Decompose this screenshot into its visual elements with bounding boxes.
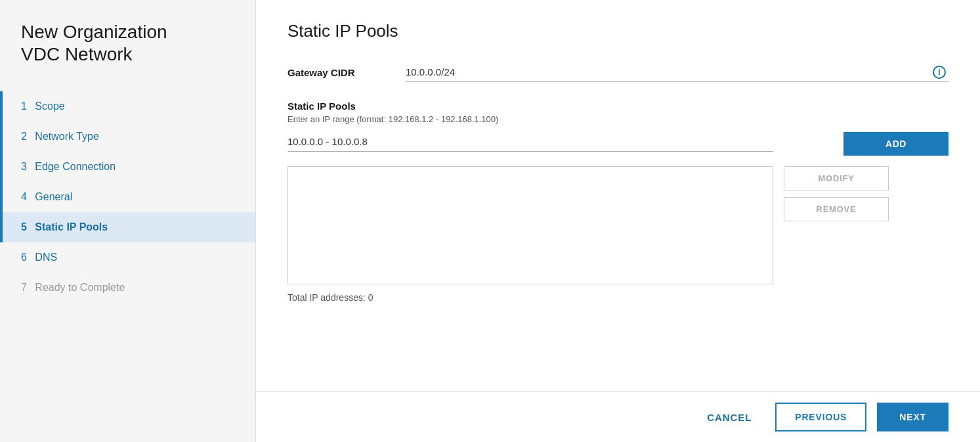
sidebar: New Organization VDC Network 1 Scope 2 N…	[0, 0, 256, 442]
wizard-title: New Organization VDC Network	[0, 21, 255, 91]
gateway-cidr-input[interactable]	[406, 62, 948, 82]
static-ip-pools-section: Static IP Pools Enter an IP range (forma…	[288, 100, 948, 124]
modify-button[interactable]: MODIFY	[784, 166, 889, 190]
gateway-cidr-input-wrap: i	[406, 62, 948, 82]
footer: CANCEL PREVIOUS NEXT	[256, 391, 980, 442]
next-button[interactable]: NEXT	[877, 403, 948, 431]
sidebar-item-edge-connection[interactable]: 3 Edge Connection	[0, 152, 255, 182]
add-button[interactable]: ADD	[843, 132, 948, 156]
sidebar-item-static-ip-pools[interactable]: 5 Static IP Pools	[0, 212, 255, 242]
ip-range-input[interactable]	[288, 132, 773, 152]
remove-button[interactable]: REMOVE	[784, 197, 889, 221]
content-area: Static IP Pools Gateway CIDR i Static IP…	[256, 0, 980, 391]
static-ip-pools-title: Static IP Pools	[288, 100, 948, 112]
sidebar-item-dns[interactable]: 6 DNS	[0, 242, 255, 273]
ip-range-input-wrap	[288, 132, 833, 152]
sidebar-item-ready-to-complete[interactable]: 7 Ready to Complete	[0, 273, 255, 303]
pool-actions: MODIFY REMOVE	[784, 166, 889, 284]
pool-area-row: MODIFY REMOVE	[288, 166, 948, 284]
gateway-cidr-label: Gateway CIDR	[288, 67, 406, 78]
steps-list: 1 Scope 2 Network Type 3 Edge Connection…	[0, 91, 255, 442]
pool-list	[288, 166, 773, 284]
ip-range-row: ADD	[288, 132, 948, 156]
sidebar-item-general[interactable]: 4 General	[0, 182, 255, 212]
main-content: Static IP Pools Gateway CIDR i Static IP…	[256, 0, 980, 442]
total-ip-label: Total IP addresses: 0	[288, 292, 948, 303]
sidebar-item-scope[interactable]: 1 Scope	[0, 91, 255, 122]
static-ip-pools-hint: Enter an IP range (format: 192.168.1.2 -…	[288, 114, 948, 124]
gateway-cidr-row: Gateway CIDR i	[288, 62, 948, 82]
previous-button[interactable]: PREVIOUS	[775, 403, 866, 431]
info-icon: i	[933, 66, 946, 79]
cancel-button[interactable]: CANCEL	[694, 404, 765, 431]
sidebar-item-network-type[interactable]: 2 Network Type	[0, 122, 255, 152]
page-title: Static IP Pools	[288, 21, 948, 41]
